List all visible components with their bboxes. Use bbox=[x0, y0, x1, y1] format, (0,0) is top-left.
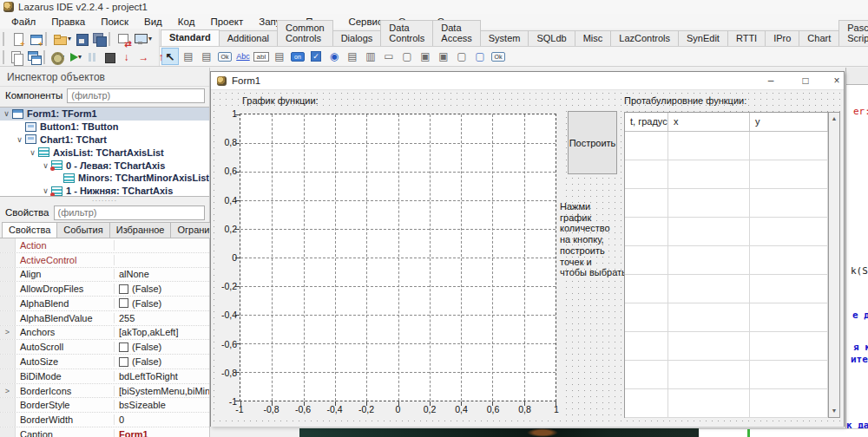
grid-row[interactable] bbox=[625, 218, 828, 246]
grid-row[interactable] bbox=[625, 303, 828, 332]
grid-cell[interactable] bbox=[625, 189, 668, 217]
save-all-button[interactable] bbox=[90, 30, 107, 47]
inspector-tab-события[interactable]: События bbox=[56, 222, 109, 238]
grid-cell[interactable] bbox=[668, 275, 750, 303]
grid-vertical-scrollbar[interactable]: ▲ ▼ bbox=[828, 113, 839, 417]
checkbox-icon[interactable] bbox=[119, 357, 128, 367]
palette-tab-lazcontrols[interactable]: LazControls bbox=[610, 30, 679, 46]
grid-cell[interactable] bbox=[625, 160, 668, 188]
property-row[interactable]: AlphaBlendValue255 bbox=[0, 311, 209, 326]
menu-item[interactable]: Вид bbox=[136, 16, 170, 28]
property-row[interactable]: BorderWidth0 bbox=[0, 413, 209, 427]
menu-item[interactable]: Проект bbox=[202, 16, 251, 28]
close-button[interactable]: × bbox=[829, 74, 845, 88]
palette-tab-synedit[interactable]: SynEdit bbox=[678, 30, 728, 46]
grid-cell[interactable] bbox=[668, 332, 750, 360]
grid-header-cell[interactable]: t, градус bbox=[625, 113, 668, 131]
grid-row[interactable] bbox=[625, 361, 828, 389]
save-button[interactable] bbox=[73, 30, 89, 47]
grid-cell[interactable] bbox=[668, 132, 750, 160]
tree-item[interactable]: ∨0 - Левая: TChartAxis bbox=[0, 159, 209, 172]
inspector-splitter[interactable]: ········ bbox=[0, 197, 209, 204]
tmainmenu-component[interactable]: ▤ bbox=[180, 48, 197, 65]
grid-cell[interactable] bbox=[750, 132, 828, 160]
property-row[interactable]: >BorderIcons[biSystemMenu,biMinimiz bbox=[0, 384, 209, 399]
grid-cell[interactable] bbox=[668, 189, 750, 217]
palette-tab-data-controls[interactable]: Data Controls bbox=[380, 20, 433, 46]
grid-row[interactable] bbox=[625, 189, 828, 218]
new-form-button[interactable] bbox=[27, 30, 43, 47]
stop-button[interactable] bbox=[101, 49, 117, 65]
grid-cell[interactable] bbox=[625, 303, 668, 331]
expand-icon[interactable]: > bbox=[0, 326, 16, 340]
property-row[interactable]: AutoScroll(False) bbox=[0, 340, 209, 355]
expand-arrow-icon[interactable]: ∨ bbox=[2, 109, 11, 118]
grid-cell[interactable] bbox=[625, 275, 668, 303]
palette-tab-common-controls[interactable]: Common Controls bbox=[277, 20, 333, 46]
new-unit-button[interactable] bbox=[10, 30, 26, 47]
form-window-titlebar[interactable]: Form1 – □ × bbox=[211, 72, 844, 90]
tree-item[interactable]: ∨1 - Нижняя: TChartAxis bbox=[0, 185, 209, 197]
run-button[interactable]: ▾ bbox=[66, 49, 82, 65]
checkbox-icon[interactable] bbox=[119, 342, 128, 352]
grid-cell[interactable] bbox=[668, 246, 750, 274]
palette-tab-system[interactable]: System bbox=[480, 30, 529, 46]
dropdown-arrow-icon[interactable]: ▾ bbox=[68, 35, 71, 42]
expand-arrow-icon[interactable]: ∨ bbox=[28, 148, 37, 157]
grid-cell[interactable] bbox=[625, 246, 668, 274]
palette-tab-dialogs[interactable]: Dialogs bbox=[332, 30, 382, 46]
property-row[interactable]: CaptionForm1 bbox=[0, 427, 209, 437]
step-into-button[interactable]: ↓ bbox=[118, 49, 135, 65]
tree-item[interactable]: ∨Form1: TForm1 bbox=[0, 108, 209, 121]
tbutton-component[interactable]: Ok bbox=[216, 48, 233, 65]
property-row[interactable]: AlphaBlend(False) bbox=[0, 297, 209, 311]
checkbox-icon[interactable] bbox=[119, 284, 128, 294]
expand-arrow-icon[interactable]: ∨ bbox=[41, 186, 50, 195]
property-value[interactable]: Form1 bbox=[115, 429, 209, 437]
grid-cell[interactable] bbox=[750, 246, 828, 274]
property-row[interactable]: AllowDropFiles(False) bbox=[0, 282, 209, 297]
step-over-button[interactable]: → bbox=[135, 49, 152, 65]
dropdown-arrow-icon[interactable]: ▾ bbox=[78, 53, 82, 61]
build-mode-button[interactable]: ▾ bbox=[49, 49, 65, 65]
palette-tab-data-access[interactable]: Data Access bbox=[432, 20, 480, 46]
property-row[interactable]: BorderStylebsSizeable bbox=[0, 398, 209, 413]
palette-tab-misc[interactable]: Misc bbox=[575, 30, 612, 46]
components-filter-input[interactable] bbox=[67, 88, 205, 103]
grid-cell[interactable] bbox=[668, 303, 750, 331]
property-row[interactable]: Action bbox=[0, 238, 209, 253]
grid-cell[interactable] bbox=[750, 218, 828, 245]
grid-row[interactable] bbox=[625, 332, 828, 361]
expand-arrow-icon[interactable]: ∨ bbox=[15, 135, 24, 144]
maximize-button[interactable]: □ bbox=[798, 74, 813, 88]
grid-cell[interactable] bbox=[750, 160, 828, 188]
grid-cell[interactable] bbox=[668, 389, 750, 417]
grid-cell[interactable] bbox=[750, 361, 828, 388]
tcheckbox-component[interactable]: ✓ bbox=[307, 48, 325, 65]
grid-cell[interactable] bbox=[750, 332, 828, 360]
scroll-up-icon[interactable]: ▲ bbox=[829, 113, 839, 125]
grid-cell[interactable] bbox=[668, 218, 750, 245]
grid-row[interactable] bbox=[625, 160, 828, 189]
show-units-button[interactable] bbox=[8, 49, 24, 65]
inspector-tab-избранное[interactable]: Избранное bbox=[109, 222, 172, 238]
grid-cell[interactable] bbox=[750, 303, 828, 331]
pause-button[interactable] bbox=[83, 49, 100, 65]
tabulation-string-grid[interactable]: t, градусxy ▲ ▼ bbox=[624, 112, 840, 418]
grid-cell[interactable] bbox=[668, 361, 750, 388]
property-value[interactable]: 0 bbox=[115, 414, 209, 425]
checkbox-icon[interactable] bbox=[119, 298, 128, 308]
tedit-component[interactable]: abI bbox=[253, 48, 270, 65]
palette-tab-ipro[interactable]: IPro bbox=[765, 30, 799, 46]
grid-header-cell[interactable]: y bbox=[750, 113, 828, 131]
grid-cell[interactable] bbox=[625, 361, 668, 388]
tree-item[interactable]: ∨Chart1: TChart bbox=[0, 134, 209, 147]
property-value[interactable]: (False) bbox=[115, 356, 209, 367]
build-plot-button[interactable]: Построить bbox=[568, 111, 617, 174]
property-row[interactable]: >Anchors[akTop,akLeft] bbox=[0, 326, 209, 341]
minimize-button[interactable]: – bbox=[763, 74, 779, 88]
view-windows-button[interactable]: ▾ bbox=[133, 30, 153, 47]
property-row[interactable]: AlignalNone bbox=[0, 268, 209, 283]
grid-cell[interactable] bbox=[625, 132, 668, 160]
toggle-form-unit-button[interactable] bbox=[115, 30, 132, 47]
